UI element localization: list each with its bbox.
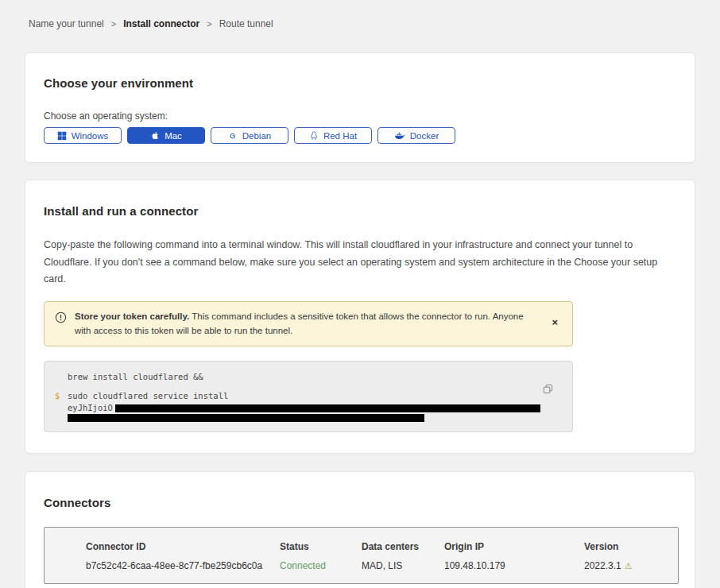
- code-line-1: brew install cloudflared &&: [55, 371, 540, 383]
- copy-icon: [543, 385, 553, 397]
- windows-icon: [57, 131, 67, 141]
- os-button-label: Docker: [410, 131, 439, 141]
- version-warning-icon: ⚠: [625, 561, 633, 571]
- code-command-service-install: sudo cloudflared service install: [68, 390, 228, 402]
- token-warning-text: Store your token carefully. This command…: [75, 309, 537, 339]
- debian-swirl-icon: [228, 131, 238, 141]
- os-button-docker[interactable]: Docker: [377, 127, 455, 144]
- data-centers-value: MAD, LIS: [362, 560, 444, 571]
- os-button-debian[interactable]: Debian: [211, 127, 288, 144]
- redacted-token-bar: [68, 414, 424, 422]
- connector-id-value: b7c52c42-6caa-48ee-8c77-fbe259cb6c0a: [86, 560, 280, 571]
- connectors-title: Connectors: [44, 496, 676, 509]
- status-badge: Connected: [280, 560, 362, 571]
- apple-icon: [150, 130, 160, 141]
- code-command-brew: brew install cloudflared &&: [68, 371, 203, 383]
- install-connector-card: Install and run a connector Copy-paste t…: [25, 180, 695, 454]
- version-value: 2022.3.1⚠: [584, 560, 678, 571]
- breadcrumb: Name your tunnel > Install connector > R…: [0, 0, 720, 29]
- os-button-mac[interactable]: Mac: [127, 127, 205, 144]
- os-button-label: Mac: [165, 131, 182, 141]
- shell-prompt: $: [55, 390, 68, 402]
- os-button-label: Debian: [242, 131, 271, 141]
- column-header-version: Version: [584, 541, 678, 552]
- copy-command-button[interactable]: [541, 382, 555, 398]
- column-header-origin-ip: Origin IP: [444, 541, 584, 552]
- os-button-redhat[interactable]: Red Hat: [294, 127, 372, 144]
- code-line-2: $ sudo cloudflared service install: [55, 390, 540, 402]
- column-header-connector-id: Connector ID: [86, 541, 280, 552]
- connectors-card: Connectors Connector ID Status Data cent…: [25, 471, 695, 588]
- os-button-label: Windows: [72, 131, 109, 141]
- code-line-3: eyJhIjoiO: [55, 402, 540, 414]
- alert-circle-icon: [55, 311, 67, 327]
- linux-penguin-icon: [309, 130, 319, 141]
- code-line-4: [55, 414, 540, 422]
- connectors-table-header: Connector ID Status Data centers Origin …: [86, 541, 678, 552]
- breadcrumb-route-tunnel[interactable]: Route tunnel: [219, 18, 273, 29]
- token-warning-bold: Store your token carefully.: [75, 311, 189, 321]
- connectors-table: Connector ID Status Data centers Origin …: [44, 527, 679, 584]
- os-button-group: Windows Mac Debian Red Hat Docker: [44, 127, 676, 144]
- environment-card-title: Choose your environment: [44, 76, 676, 90]
- os-button-windows[interactable]: Windows: [44, 127, 122, 144]
- install-connector-title: Install and run a connector: [44, 204, 676, 218]
- breadcrumb-separator: >: [111, 19, 116, 29]
- warning-close-button[interactable]: ×: [548, 315, 561, 329]
- column-header-status: Status: [280, 541, 362, 552]
- os-select-label: Choose an operating system:: [44, 110, 676, 122]
- token-warning-banner: Store your token carefully. This command…: [44, 301, 573, 347]
- breadcrumb-install-connector[interactable]: Install connector: [123, 18, 199, 29]
- os-button-label: Red Hat: [323, 131, 357, 141]
- install-connector-description: Copy-paste the following command into a …: [44, 237, 676, 288]
- install-command-code-block: brew install cloudflared && $ sudo cloud…: [44, 361, 573, 432]
- breadcrumb-name-your-tunnel[interactable]: Name your tunnel: [29, 18, 104, 29]
- breadcrumb-separator: >: [207, 19, 211, 29]
- column-header-data-centers: Data centers: [362, 541, 444, 552]
- connector-table-row: b7c52c42-6caa-48ee-8c77-fbe259cb6c0a Con…: [86, 560, 678, 571]
- token-prefix: eyJhIjoiO: [68, 402, 113, 414]
- origin-ip-value: 109.48.10.179: [444, 560, 584, 571]
- docker-whale-icon: [394, 131, 405, 141]
- environment-card: Choose your environment Choose an operat…: [25, 52, 695, 163]
- redacted-token-bar: [115, 404, 540, 412]
